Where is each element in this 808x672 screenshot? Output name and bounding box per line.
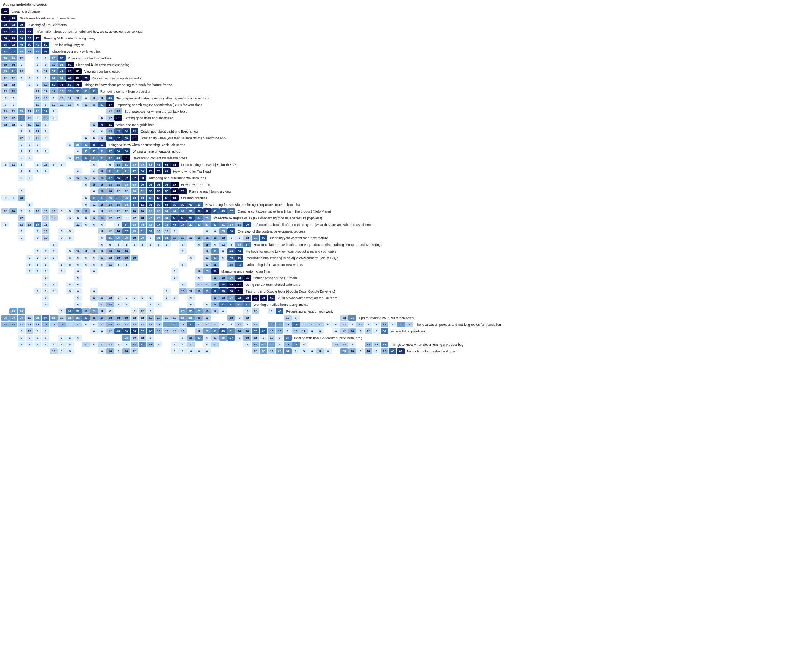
cell: 43 [235,262,243,267]
cell: 18 [171,235,179,240]
cell: 25 [2,68,9,74]
cell: 43 [389,348,396,354]
row-label: The localization process and marking top… [413,323,501,327]
cell: 6 [74,102,82,107]
cell [50,222,58,227]
cell: 6 [26,202,33,207]
cell: 6 [18,335,25,340]
cell: 6 [90,128,98,134]
cell: 12 [139,335,146,340]
cell [139,288,146,294]
cell: 18 [26,48,33,54]
cell: 12 [18,135,25,141]
cell [66,148,73,154]
cell: 6 [66,342,73,347]
row-label: Documenting a new object for the API [179,163,237,167]
cell [114,288,122,294]
cell: 43 [195,202,203,207]
cell: 31 [90,195,98,201]
cell: 6 [42,262,50,267]
cell: 56 [18,35,25,41]
cell [74,195,82,201]
cell: 25 [163,322,170,327]
cell: 50 [58,55,66,61]
cell: 12 [147,322,154,327]
cell [50,175,58,181]
cell [74,202,82,207]
table-row: 66121261212126121243Techniques and instr… [2,95,806,101]
cell: 12 [106,108,114,114]
cell: 6 [90,328,98,334]
cell: 37 [90,148,98,154]
table-row: 6666666666661861262537How to collaborate… [2,241,806,248]
cell: 12 [98,208,106,214]
cell [42,182,50,187]
cell: 6 [26,128,33,134]
cell: 25 [18,308,25,314]
row-label: Instructions for creating test orgs [405,349,456,353]
cell: 6 [171,268,179,274]
cell: 6 [171,342,179,347]
row-cells: 6612666312525182563131181812181818186612… [2,235,268,240]
row-cells: 6126666124350563743181212121225314331181… [2,328,389,334]
cell [82,242,90,247]
cell: 6 [147,235,154,240]
cell: 12 [82,175,90,181]
cell: 12 [163,315,170,320]
cell [106,275,114,280]
cell [122,275,130,280]
cell [74,108,82,114]
row-cells: 25311261231438187 [2,68,82,74]
cell [171,248,179,254]
cell [50,202,58,207]
cell: 6 [18,155,25,161]
cell: 6 [139,242,146,247]
row-cells: 66661818256281 [2,275,252,280]
cell [50,168,58,174]
cell [66,115,73,121]
cell: 6 [2,222,9,227]
cell [10,135,17,141]
cell: 81 [106,122,114,127]
cell [74,188,82,194]
cell: 18 [364,348,372,354]
cell: 18 [114,248,122,254]
cell: 6 [26,268,33,274]
cell: 6 [66,262,73,267]
cell: 18 [244,335,251,340]
cell: 6 [292,348,300,354]
cell [58,128,66,134]
cell: 18 [364,342,372,347]
cell: 6 [316,328,324,334]
cell: 6 [90,288,98,294]
cell: 18 [155,328,162,334]
cell: 6 [50,288,58,294]
cell: 31 [187,308,195,314]
cell: 6 [114,348,122,354]
cell: 6 [2,162,9,167]
cell: 6 [66,282,73,287]
cell: 6 [34,248,42,254]
cell: 50 [179,202,187,207]
cell: 31 [211,328,219,334]
cell [324,342,332,347]
cell [50,302,58,307]
table-row: 686268Glossary of XML elements [2,22,806,28]
cell: 75 [155,168,162,174]
cell: 18 [10,62,17,67]
cell [10,348,17,354]
cell [50,148,58,154]
cell: 12 [42,68,50,74]
cell: 18 [10,208,17,214]
cell: 87 [171,182,179,187]
cell [332,348,340,354]
cell: 12 [50,215,58,221]
table-row: 612661266661831252531436881Documenting a… [2,161,806,168]
cell: 12 [203,255,211,260]
cell [2,335,9,340]
cell [74,182,82,187]
cell: 6 [42,288,50,294]
cell [58,122,66,127]
cell: 6 [42,168,50,174]
cell: 6 [42,282,50,287]
